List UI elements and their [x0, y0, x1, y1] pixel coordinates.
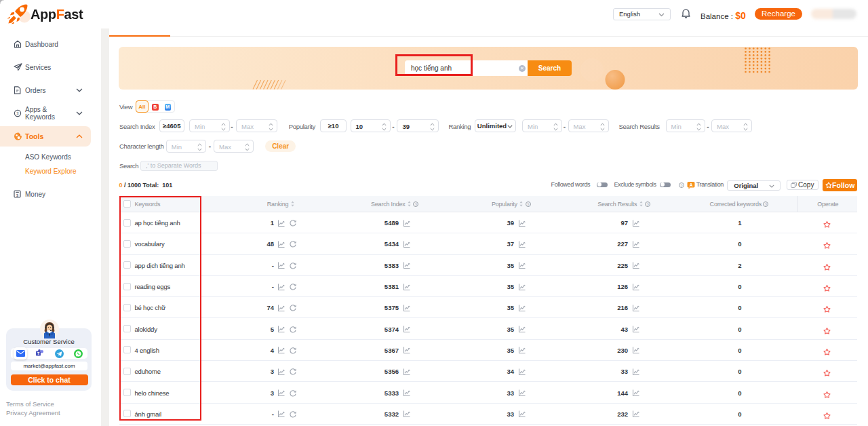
svg-text:3: 3 [16, 111, 19, 115]
svg-text:$: $ [16, 193, 18, 197]
svg-text:A: A [689, 182, 692, 187]
